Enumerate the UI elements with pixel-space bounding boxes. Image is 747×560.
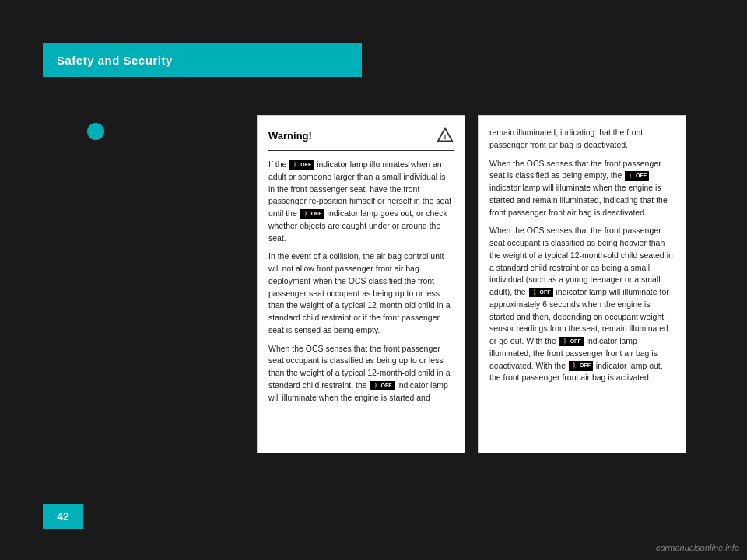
warning-triangle-icon: ! bbox=[437, 127, 454, 144]
right-text-box: remain illuminated, indicating that the … bbox=[478, 115, 686, 453]
warning-para-1: If the 🚶 OFF indicator lamp illuminates … bbox=[268, 159, 454, 244]
ocs-icon-7: 🚶 OFF bbox=[569, 361, 593, 371]
header-title: Safety and Security bbox=[57, 54, 173, 67]
right-para-2: When the OCS senses that the front passe… bbox=[489, 158, 675, 219]
ocs-icon-6: 🚶 OFF bbox=[559, 337, 584, 347]
ocs-icon-1: 🚶 OFF bbox=[289, 160, 314, 170]
ocs-icon-3: 🚶 OFF bbox=[370, 381, 395, 391]
warning-title: Warning! bbox=[268, 130, 312, 142]
header-bar: Safety and Security bbox=[43, 43, 362, 77]
page-number-box: 42 bbox=[43, 504, 83, 529]
page-number: 42 bbox=[57, 510, 69, 523]
right-text-body: remain illuminated, indicating that the … bbox=[489, 127, 675, 384]
warning-header: Warning! ! bbox=[268, 127, 454, 151]
bullet-dot bbox=[87, 123, 104, 140]
warning-para-2: In the event of a collision, the air bag… bbox=[268, 250, 454, 336]
ocs-icon-4: 🚶 OFF bbox=[625, 171, 649, 181]
right-para-3: When the OCS senses that the front passe… bbox=[489, 225, 675, 384]
ocs-icon-2: 🚶 OFF bbox=[300, 209, 324, 219]
warning-box: Warning! ! If the 🚶 OFF indicator lamp i… bbox=[257, 115, 465, 453]
warning-para-3: When the OCS senses that the front passe… bbox=[268, 343, 454, 404]
right-para-1: remain illuminated, indicating that the … bbox=[489, 127, 675, 152]
svg-text:!: ! bbox=[444, 133, 446, 141]
warning-body: If the 🚶 OFF indicator lamp illuminates … bbox=[268, 159, 454, 404]
ocs-icon-5: 🚶 OFF bbox=[529, 288, 553, 298]
watermark: carmanualsonline.info bbox=[656, 543, 739, 552]
